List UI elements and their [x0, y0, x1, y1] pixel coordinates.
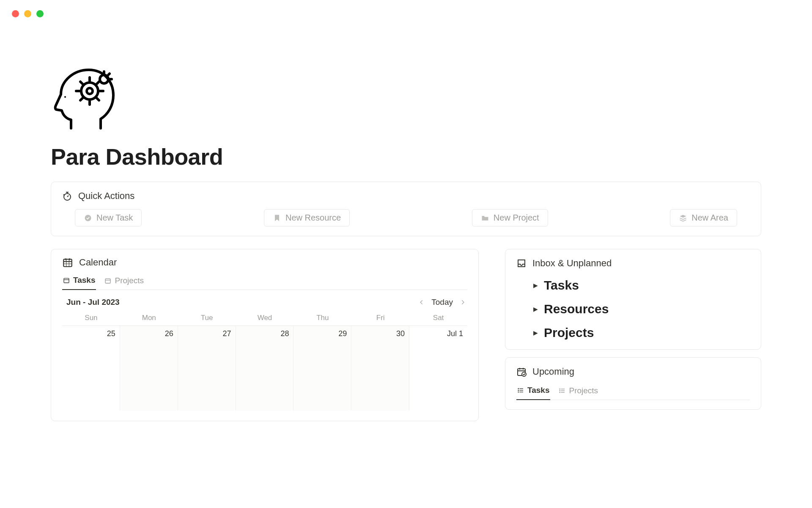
upcoming-header: Upcoming — [516, 366, 750, 377]
calendar-small-icon — [63, 277, 70, 284]
calendar-next-button[interactable] — [460, 299, 466, 305]
quick-actions-heading: Quick Actions — [78, 190, 134, 202]
svg-point-10 — [100, 75, 108, 83]
svg-line-7 — [80, 98, 83, 100]
inbox-heading: Inbox & Unplanned — [532, 258, 612, 269]
stopwatch-icon — [62, 191, 72, 201]
day-header: Thu — [294, 314, 351, 322]
svg-point-40 — [518, 388, 518, 389]
calendar-cell[interactable]: 25 — [62, 326, 120, 411]
svg-line-8 — [96, 98, 99, 100]
new-resource-label: New Resource — [285, 213, 341, 223]
calendar-panel: Calendar Tasks Projects — [51, 249, 479, 421]
svg-rect-21 — [63, 259, 72, 266]
upcoming-tab-tasks[interactable]: Tasks — [516, 382, 550, 400]
list-icon — [559, 387, 565, 394]
triangle-right-icon: ▶ — [533, 329, 538, 336]
list-icon — [517, 387, 524, 394]
svg-point-47 — [560, 390, 560, 391]
toggle-projects[interactable]: ▶ Projects — [533, 326, 750, 340]
folder-icon — [481, 214, 489, 222]
upcoming-tabs: Tasks Projects — [516, 382, 750, 400]
svg-line-6 — [96, 82, 99, 84]
toggle-resources[interactable]: ▶ Resources — [533, 302, 750, 316]
quick-actions-header: Quick Actions — [62, 190, 750, 202]
calendar-header: Calendar — [62, 257, 467, 268]
calendar-cell[interactable]: 29 — [294, 326, 351, 411]
svg-point-46 — [560, 389, 560, 389]
calendar-cell[interactable]: 30 — [351, 326, 409, 411]
bookmark-icon — [273, 214, 281, 222]
svg-line-9 — [80, 82, 83, 84]
window-minimize-button[interactable] — [24, 10, 31, 17]
tab-tasks-label: Tasks — [73, 276, 95, 285]
triangle-right-icon: ▶ — [533, 306, 538, 312]
calendar-today-button[interactable]: Today — [431, 298, 453, 307]
new-project-button[interactable]: New Project — [472, 209, 548, 226]
new-area-label: New Area — [691, 213, 728, 223]
day-header: Sun — [62, 314, 120, 322]
calendar-prev-button[interactable] — [419, 299, 425, 305]
day-header: Wed — [236, 314, 294, 322]
day-header: Sat — [409, 314, 467, 322]
tab-tasks[interactable]: Tasks — [62, 272, 96, 290]
svg-line-16 — [67, 196, 69, 197]
calendar-day-header-row: Sun Mon Tue Wed Thu Fri Sat — [62, 314, 467, 326]
calendar-cell[interactable]: 28 — [236, 326, 294, 411]
tab-projects-label: Projects — [115, 276, 144, 285]
page-icon — [51, 64, 761, 132]
toggle-projects-label: Projects — [544, 326, 594, 340]
day-header: Mon — [120, 314, 178, 322]
day-header: Tue — [178, 314, 236, 322]
quick-actions-panel: Quick Actions New Task New Resource New … — [51, 182, 761, 236]
calendar-small-icon — [104, 277, 111, 284]
check-circle-icon — [84, 214, 92, 222]
upcoming-tab-projects[interactable]: Projects — [558, 383, 599, 400]
calendar-cell[interactable]: Jul 1 — [409, 326, 467, 411]
svg-line-13 — [108, 74, 110, 75]
new-area-button[interactable]: New Area — [670, 209, 737, 226]
upcoming-heading: Upcoming — [532, 366, 574, 377]
window-controls — [0, 0, 812, 17]
layers-icon — [679, 214, 687, 222]
calendar-tabs: Tasks Projects — [62, 272, 467, 290]
new-task-label: New Task — [96, 213, 133, 223]
window-maximize-button[interactable] — [36, 10, 44, 17]
svg-line-19 — [63, 194, 64, 195]
new-task-button[interactable]: New Task — [75, 209, 142, 226]
triangle-right-icon: ▶ — [533, 282, 538, 289]
new-resource-button[interactable]: New Resource — [264, 209, 350, 226]
svg-point-48 — [560, 392, 560, 392]
upcoming-tab-projects-label: Projects — [569, 386, 598, 395]
new-project-label: New Project — [494, 213, 539, 223]
svg-rect-30 — [105, 279, 110, 283]
toggle-tasks[interactable]: ▶ Tasks — [533, 278, 750, 293]
svg-point-20 — [85, 215, 91, 221]
head-gears-icon — [51, 64, 118, 132]
day-header: Fri — [351, 314, 409, 322]
svg-point-42 — [518, 392, 518, 392]
calendar-icon — [62, 257, 73, 268]
svg-point-41 — [518, 390, 518, 390]
calendar-range: Jun - Jul 2023 — [66, 298, 120, 307]
page-title: Para Dashboard — [51, 144, 761, 170]
inbox-panel: Inbox & Unplanned ▶ Tasks ▶ Resources ▶ … — [505, 249, 761, 350]
calendar-heading: Calendar — [79, 257, 117, 268]
calendar-cell[interactable]: 26 — [120, 326, 178, 411]
svg-point-14 — [64, 96, 66, 98]
calendar-check-icon — [516, 367, 527, 377]
svg-point-1 — [87, 88, 93, 94]
inbox-icon — [516, 258, 527, 268]
inbox-header: Inbox & Unplanned — [516, 258, 750, 269]
window-close-button[interactable] — [12, 10, 19, 17]
calendar-body: 25 26 27 28 29 30 Jul 1 — [62, 326, 467, 411]
upcoming-tab-tasks-label: Tasks — [527, 386, 549, 395]
calendar-cell[interactable]: 27 — [178, 326, 236, 411]
svg-rect-28 — [64, 278, 69, 283]
tab-projects[interactable]: Projects — [104, 273, 145, 290]
toggle-tasks-label: Tasks — [544, 278, 579, 293]
upcoming-panel: Upcoming Tasks Projects — [505, 357, 761, 410]
toggle-resources-label: Resources — [544, 302, 609, 316]
